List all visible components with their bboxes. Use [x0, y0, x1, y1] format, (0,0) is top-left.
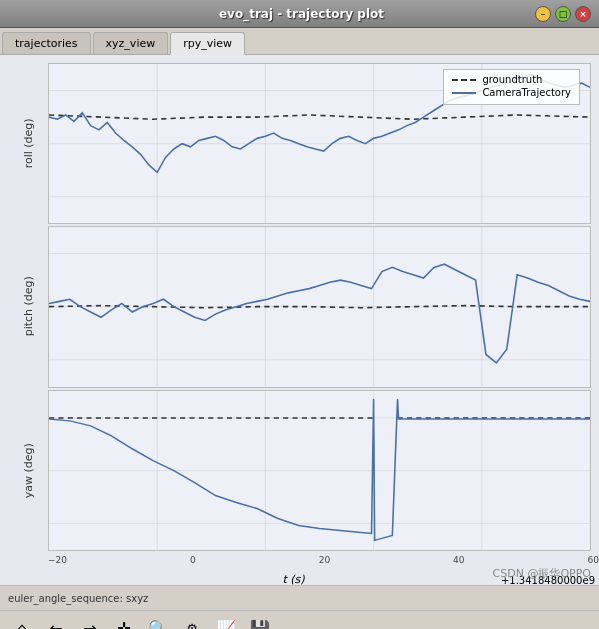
yaw-ylabel: yaw (deg)	[8, 390, 48, 551]
roll-chart[interactable]: groundtruth CameraTrajectory	[48, 63, 591, 224]
footer-bar: euler_angle_sequence: sxyz	[0, 585, 599, 610]
forward-button[interactable]: →	[76, 615, 104, 630]
yaw-chart-panel: yaw (deg) 100 0 −100	[8, 390, 591, 551]
title-bar: evo_traj - trajectory plot – □ ×	[0, 0, 599, 28]
chart-legend: groundtruth CameraTrajectory	[443, 69, 580, 105]
tab-bar: trajectories xyz_view rpy_view	[0, 28, 599, 55]
window-title: evo_traj - trajectory plot	[219, 7, 384, 21]
footer-text: euler_angle_sequence: sxyz	[8, 593, 148, 604]
back-button[interactable]: ←	[42, 615, 70, 630]
plot-area: roll (deg) −110 −120 −130	[0, 55, 599, 585]
tab-xyz-view[interactable]: xyz_view	[93, 32, 169, 54]
yaw-chart[interactable]	[48, 390, 591, 551]
tab-rpy-view[interactable]: rpy_view	[170, 32, 245, 55]
maximize-button[interactable]: □	[555, 6, 571, 22]
legend-solid-line	[452, 92, 476, 94]
x-label: t (s)	[48, 573, 539, 586]
settings-button[interactable]: ⚙	[178, 615, 206, 630]
legend-dashed-line	[452, 79, 476, 81]
legend-groundtruth: groundtruth	[452, 74, 571, 85]
legend-camera: CameraTrajectory	[452, 87, 571, 98]
minimize-button[interactable]: –	[535, 6, 551, 22]
window-controls: – □ ×	[535, 6, 591, 22]
toolbar: ⌂ ← → ✛ 🔍 ⚙ 📈 💾	[0, 610, 599, 629]
pitch-chart-panel: pitch (deg) 10 0 −10	[8, 226, 591, 387]
pitch-chart[interactable]	[48, 226, 591, 387]
watermark: CSDN @振华OPPO	[493, 566, 591, 581]
zoom-button[interactable]: 🔍	[144, 615, 172, 630]
roll-ylabel: roll (deg)	[8, 63, 48, 224]
chart-button[interactable]: 📈	[212, 615, 240, 630]
pan-button[interactable]: ✛	[110, 615, 138, 630]
pitch-svg	[49, 227, 590, 386]
close-button[interactable]: ×	[575, 6, 591, 22]
pitch-ylabel: pitch (deg)	[8, 226, 48, 387]
save-button[interactable]: 💾	[246, 615, 274, 630]
home-button[interactable]: ⌂	[8, 615, 36, 630]
yaw-svg	[49, 391, 590, 550]
chart-container: roll (deg) −110 −120 −130	[0, 63, 599, 553]
roll-chart-panel: roll (deg) −110 −120 −130	[8, 63, 591, 224]
tab-trajectories[interactable]: trajectories	[2, 32, 91, 54]
